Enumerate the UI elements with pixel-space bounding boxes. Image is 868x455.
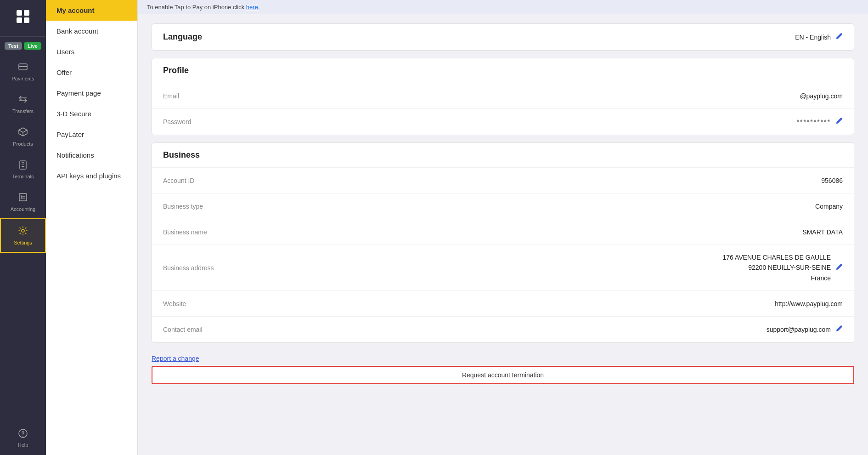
sub-sidebar-item-bank-account[interactable]: Bank account — [46, 21, 137, 41]
language-label: Language — [163, 32, 202, 42]
business-name-text: SMART DATA — [802, 228, 843, 236]
env-switcher: Test Live — [0, 37, 46, 55]
sidebar-item-products[interactable]: Products — [0, 120, 46, 153]
content-area: Language EN - English Profile Email @pay… — [138, 14, 868, 455]
password-value: ********** — [797, 117, 843, 126]
account-id-label: Account ID — [163, 177, 246, 184]
language-card: Language EN - English — [152, 23, 854, 51]
business-address-text: 176 AVENUE CHARLES DE GAULLE 92200 NEUIL… — [722, 252, 831, 283]
business-card: Business Account ID 956086 Business type… — [152, 142, 854, 343]
account-id-value: 956086 — [821, 177, 843, 184]
help-button[interactable]: Help — [0, 421, 46, 455]
terminal-icon — [18, 159, 28, 172]
transfer-icon — [18, 94, 28, 107]
profile-card: Profile Email @payplug.com Password ****… — [152, 58, 854, 135]
contact-email-label: Contact email — [163, 326, 246, 333]
logo — [0, 0, 46, 37]
svg-rect-2 — [17, 17, 22, 23]
language-value: EN - English — [795, 33, 843, 42]
sidebar-item-terminals[interactable]: Terminals — [0, 153, 46, 186]
sub-sidebar-item-paylater[interactable]: PayLater — [46, 124, 137, 145]
card-icon — [18, 62, 28, 74]
help-icon — [18, 428, 28, 440]
logo-icon — [15, 8, 31, 28]
contact-email-value: support@payplug.com — [767, 325, 843, 334]
sidebar-item-transfers[interactable]: Transfers — [0, 88, 46, 120]
svg-rect-9 — [22, 166, 24, 167]
business-type-row: Business type Company — [152, 193, 854, 219]
business-name-label: Business name — [163, 228, 246, 236]
account-id-row: Account ID 956086 — [152, 168, 854, 193]
svg-rect-0 — [17, 10, 22, 16]
contact-email-text: support@payplug.com — [767, 326, 831, 333]
contact-email-row: Contact email support@payplug.com — [152, 317, 854, 342]
business-type-value: Company — [815, 203, 843, 210]
email-label: Email — [163, 92, 246, 100]
website-label: Website — [163, 300, 246, 307]
website-row: Website http://www.payplug.com — [152, 291, 854, 317]
business-name-row: Business name SMART DATA — [152, 219, 854, 245]
banner-link[interactable]: here. — [246, 4, 260, 11]
password-label: Password — [163, 118, 246, 125]
svg-point-16 — [23, 436, 23, 437]
svg-rect-1 — [24, 10, 29, 16]
business-header: Business — [152, 143, 854, 168]
website-text: http://www.payplug.com — [775, 300, 843, 307]
sidebar-item-transfers-label: Transfers — [12, 108, 34, 114]
address-edit-icon[interactable] — [835, 263, 843, 273]
banner-text: To enable Tap to Pay on iPhone click — [147, 4, 246, 11]
sub-sidebar-item-users[interactable]: Users — [46, 41, 137, 62]
sidebar-item-settings-label: Settings — [14, 240, 32, 245]
contact-email-edit-icon[interactable] — [835, 325, 843, 334]
box-icon — [18, 127, 28, 139]
business-type-label: Business type — [163, 203, 246, 210]
sub-sidebar-item-notifications[interactable]: Notifications — [46, 145, 137, 165]
sidebar-item-accounting-label: Accounting — [11, 206, 35, 212]
footer-links: Report a change Request account terminat… — [152, 350, 854, 389]
website-value: http://www.payplug.com — [775, 300, 843, 307]
sub-sidebar-item-offer[interactable]: Offer — [46, 62, 137, 83]
sidebar-item-accounting[interactable]: Accounting — [0, 186, 46, 218]
gear-icon — [18, 226, 28, 238]
svg-rect-6 — [20, 161, 26, 169]
env-live-badge[interactable]: Live — [24, 42, 41, 50]
sub-sidebar-item-3d-secure[interactable]: 3-D Secure — [46, 103, 137, 124]
sub-sidebar: My account Bank account Users Offer Paym… — [46, 0, 138, 455]
request-termination-button[interactable]: Request account termination — [152, 366, 854, 384]
business-address-label: Business address — [163, 264, 246, 272]
sidebar-item-payments-label: Payments — [12, 76, 34, 81]
svg-rect-5 — [19, 66, 27, 67]
business-address-row: Business address 176 AVENUE CHARLES DE G… — [152, 245, 854, 291]
language-edit-icon[interactable] — [835, 33, 843, 42]
sub-sidebar-item-payment-page[interactable]: Payment page — [46, 83, 137, 103]
business-type-text: Company — [815, 203, 843, 210]
sidebar-item-terminals-label: Terminals — [12, 174, 34, 179]
business-name-value: SMART DATA — [802, 228, 843, 236]
password-row: Password ********** — [152, 109, 854, 135]
sidebar-item-payments[interactable]: Payments — [0, 55, 46, 88]
top-banner: To enable Tap to Pay on iPhone click her… — [138, 0, 868, 14]
main-sidebar: Test Live Payments Transfers Products — [0, 0, 46, 455]
password-text: ********** — [797, 118, 831, 125]
language-text: EN - English — [795, 34, 831, 41]
svg-rect-10 — [19, 193, 27, 201]
main-content: To enable Tap to Pay on iPhone click her… — [138, 0, 868, 455]
env-test-badge[interactable]: Test — [5, 42, 22, 50]
password-edit-icon[interactable] — [835, 117, 843, 126]
sidebar-nav: Payments Transfers Products Terminals Ac — [0, 55, 46, 421]
sub-sidebar-item-my-account[interactable]: My account — [46, 0, 137, 21]
accounting-icon — [18, 192, 28, 205]
business-address-value: 176 AVENUE CHARLES DE GAULLE 92200 NEUIL… — [722, 252, 843, 283]
report-change-link[interactable]: Report a change — [152, 355, 854, 362]
email-text: @payplug.com — [800, 92, 843, 100]
help-label: Help — [18, 442, 28, 448]
email-row: Email @payplug.com — [152, 83, 854, 109]
sidebar-item-settings[interactable]: Settings — [0, 218, 46, 253]
sub-sidebar-item-api-keys[interactable]: API keys and plugins — [46, 165, 137, 186]
sidebar-item-products-label: Products — [13, 141, 33, 147]
profile-header: Profile — [152, 58, 854, 83]
email-value: @payplug.com — [800, 92, 843, 100]
svg-rect-3 — [24, 17, 29, 23]
account-id-text: 956086 — [821, 177, 843, 184]
svg-point-14 — [22, 229, 24, 232]
